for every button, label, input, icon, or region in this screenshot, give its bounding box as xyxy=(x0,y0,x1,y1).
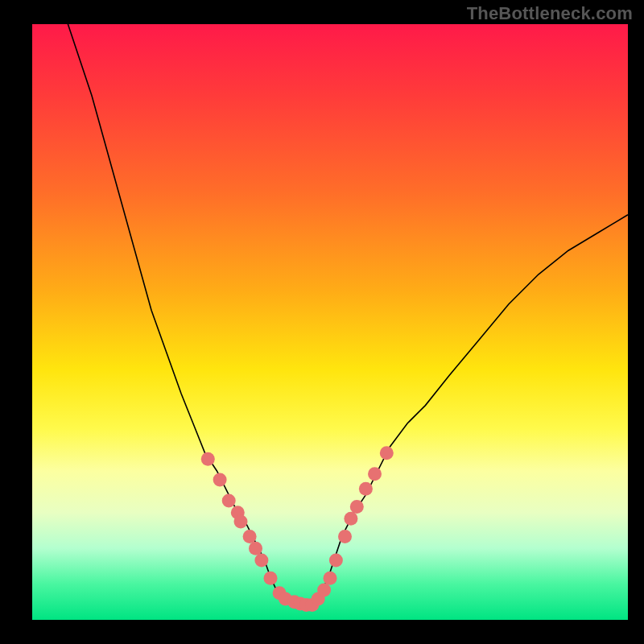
data-marker xyxy=(344,512,357,526)
curve-left-branch xyxy=(62,24,300,608)
data-marker xyxy=(380,446,394,460)
data-marker xyxy=(243,530,257,543)
chart-svg xyxy=(32,24,628,620)
chart-frame: TheBottleneck.com xyxy=(0,0,644,644)
data-marker xyxy=(324,572,337,585)
data-marker xyxy=(338,530,352,543)
data-marker xyxy=(234,514,248,528)
data-marker xyxy=(213,473,227,487)
data-marker xyxy=(317,584,331,597)
data-marker xyxy=(201,452,215,466)
data-marker xyxy=(222,494,236,508)
data-marker xyxy=(264,572,278,585)
curve-right-branch xyxy=(300,215,628,608)
watermark: TheBottleneck.com xyxy=(467,3,633,24)
plot-gradient-area xyxy=(32,24,628,620)
data-marker xyxy=(350,500,364,514)
data-marker xyxy=(329,554,343,568)
data-marker xyxy=(249,542,262,555)
data-marker xyxy=(368,467,382,481)
data-marker xyxy=(359,482,373,496)
data-marker xyxy=(254,554,268,568)
